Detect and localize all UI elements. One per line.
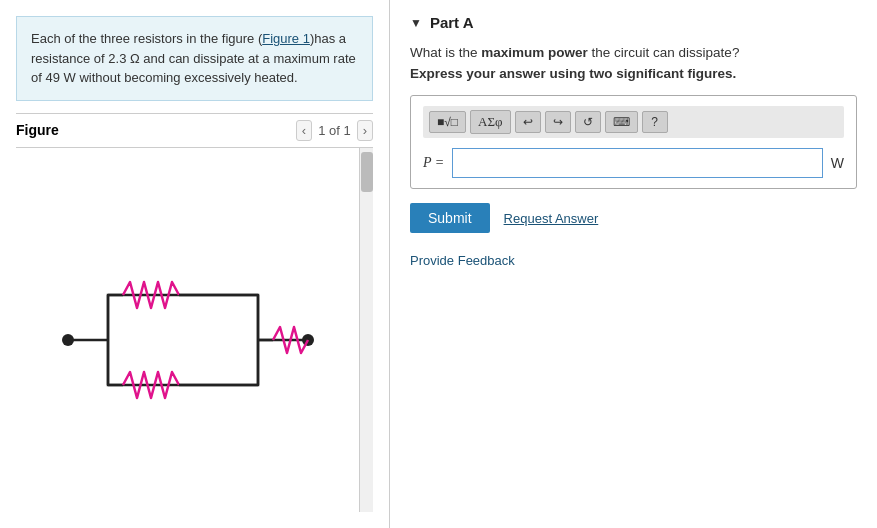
figure-nav: ‹ 1 of 1 › (296, 120, 373, 141)
figure-page-indicator: 1 of 1 (318, 123, 351, 138)
problem-text-start: Each of the three resistors in the figur… (31, 31, 262, 46)
left-panel: Each of the three resistors in the figur… (0, 0, 390, 528)
provide-feedback-link[interactable]: Provide Feedback (410, 253, 857, 268)
answer-box: ■√□ ΑΣφ ↩ ↪ ↺ ⌨ ? P = W (410, 95, 857, 189)
action-row: Submit Request Answer (410, 203, 857, 233)
greek-symbols-button[interactable]: ΑΣφ (470, 110, 510, 134)
submit-button[interactable]: Submit (410, 203, 490, 233)
question-text: What is the maximum power the circuit ca… (410, 45, 857, 60)
figure-canvas (16, 148, 359, 513)
figure-area (16, 148, 373, 513)
keyboard-button[interactable]: ⌨ (605, 111, 638, 133)
redo-button[interactable]: ↪ (545, 111, 571, 133)
help-button[interactable]: ? (642, 111, 668, 133)
scrollbar-thumb[interactable] (361, 152, 373, 192)
prev-figure-button[interactable]: ‹ (296, 120, 312, 141)
fraction-sqrt-button[interactable]: ■√□ (429, 111, 466, 133)
input-label: P = (423, 155, 444, 171)
figure-header: Figure ‹ 1 of 1 › (16, 113, 373, 148)
circuit-diagram (38, 240, 338, 440)
part-header: ▼ Part A (410, 14, 857, 31)
input-row: P = W (423, 148, 844, 178)
right-panel: ▼ Part A What is the maximum power the c… (390, 0, 877, 528)
scrollbar[interactable] (359, 148, 373, 513)
reset-button[interactable]: ↺ (575, 111, 601, 133)
figure-label: Figure (16, 122, 59, 138)
unit-label: W (831, 155, 844, 171)
figure-link[interactable]: Figure 1 (262, 31, 310, 46)
request-answer-link[interactable]: Request Answer (504, 211, 599, 226)
problem-statement: Each of the three resistors in the figur… (16, 16, 373, 101)
instruction-text: Express your answer using two significan… (410, 66, 857, 81)
next-figure-button[interactable]: › (357, 120, 373, 141)
formula-toolbar: ■√□ ΑΣφ ↩ ↪ ↺ ⌨ ? (423, 106, 844, 138)
collapse-arrow[interactable]: ▼ (410, 16, 422, 30)
undo-button[interactable]: ↩ (515, 111, 541, 133)
part-label: Part A (430, 14, 474, 31)
answer-input[interactable] (452, 148, 823, 178)
